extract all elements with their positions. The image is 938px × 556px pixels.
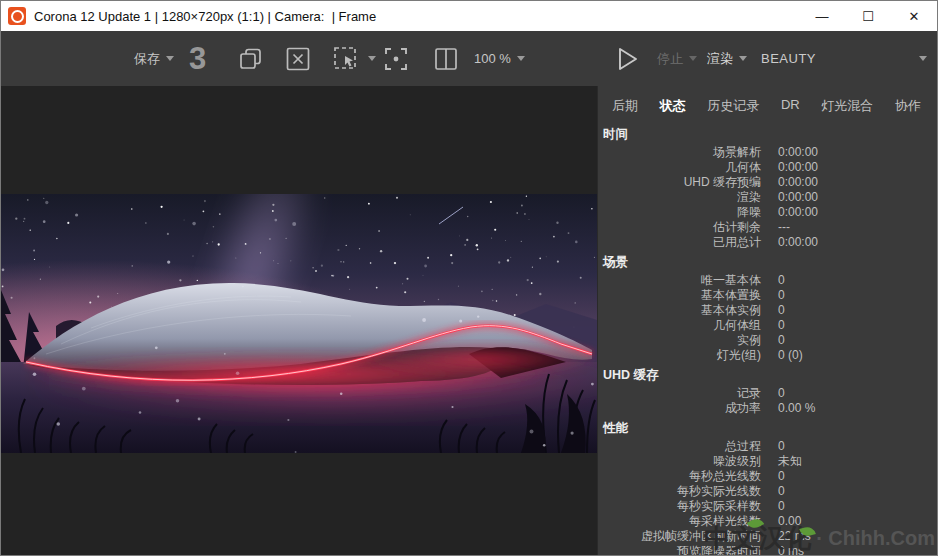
corona-vfb-window: Corona 12 Update 1 | 1280×720px (1:1) | … [0, 0, 938, 556]
stat-value: 0 [778, 499, 785, 514]
stat-row: 估计剩余--- [598, 220, 937, 235]
stat-label: 每秒总光线数 [598, 469, 761, 484]
stat-row: 降噪0:00:00 [598, 205, 937, 220]
stat-value: 0 [778, 386, 785, 401]
stat-value: 0:00:00 [778, 160, 818, 175]
stat-row: 记录0 [598, 386, 937, 401]
stat-label: 唯一基本体 [598, 273, 761, 288]
stat-value: 0 (0) [778, 348, 803, 363]
tab-post[interactable]: 后期 [612, 97, 638, 115]
stat-row: 场景解析0:00:00 [598, 145, 937, 160]
duplicate-icon [235, 43, 267, 75]
stat-value: --- [778, 220, 790, 235]
history-count: 3 [189, 31, 206, 86]
tab-history[interactable]: 历史记录 [707, 97, 759, 115]
stat-label: 每秒实际光线数 [598, 484, 761, 499]
rendered-image [1, 194, 597, 453]
stat-row: 基本体实例0 [598, 303, 937, 318]
stop-render-button[interactable]: 停止 [657, 31, 697, 86]
stat-label: 噪波级别 [598, 454, 761, 469]
tab-collab[interactable]: 协作 [895, 97, 921, 115]
clear-icon [283, 44, 313, 74]
stat-label: 降噪 [598, 205, 761, 220]
tab-stats[interactable]: 状态 [660, 97, 686, 115]
stat-label: 几何体 [598, 160, 761, 175]
render-mode-label: 渲染 [707, 50, 733, 68]
stat-row: 每秒总光线数0 [598, 469, 937, 484]
close-button[interactable]: ✕ [891, 1, 937, 31]
stat-value: 0 [778, 303, 785, 318]
stat-row: 虚拟帧缓冲区刷新时间22 ms [598, 529, 937, 544]
stat-row: 基本体置换0 [598, 288, 937, 303]
stat-value: 0.00 % [778, 401, 815, 416]
panel-tabs: 后期状态历史记录DR灯光混合协作 [598, 86, 937, 122]
start-render-button[interactable] [613, 31, 641, 86]
channel-selector[interactable]: BEAUTY [761, 31, 816, 86]
region-render-button[interactable] [330, 31, 376, 86]
region-select-icon [330, 43, 362, 75]
stat-row: 唯一基本体0 [598, 273, 937, 288]
chevron-down-icon [739, 56, 747, 61]
stat-value: 0 [778, 484, 785, 499]
stat-row: 总过程0 [598, 439, 937, 454]
section-title: UHD 缓存 [598, 363, 937, 386]
stat-label: 已用总计 [598, 235, 761, 250]
tab-dr[interactable]: DR [781, 97, 800, 115]
stat-value: 0:00:00 [778, 175, 818, 190]
focus-target-icon [381, 44, 411, 74]
stat-label: UHD 缓存预编 [598, 175, 761, 190]
stat-label: 预览降噪器时间 [598, 544, 761, 556]
save-label: 保存 [134, 50, 160, 68]
stat-row: 已用总计0:00:00 [598, 235, 937, 250]
pick-focus-button[interactable] [381, 31, 411, 86]
chevron-down-icon [919, 56, 927, 61]
maximize-button[interactable]: ☐ [845, 1, 891, 31]
toolbar: 保存 3 [1, 31, 937, 86]
render-viewport[interactable] [1, 86, 598, 556]
stat-row: 实例0 [598, 333, 937, 348]
stat-value: 22 ms [778, 529, 811, 544]
stats-section: UHD 缓存记录0成功率0.00 % [598, 363, 937, 416]
stats-panel: 后期状态历史记录DR灯光混合协作 时间场景解析0:00:00几何体0:00:00… [598, 86, 937, 556]
section-title: 场景 [598, 250, 937, 273]
tab-lightmix[interactable]: 灯光混合 [821, 97, 873, 115]
stat-row: 每采样光线数0.00 [598, 514, 937, 529]
stat-label: 场景解析 [598, 145, 761, 160]
chevron-down-icon [166, 56, 174, 61]
stat-value: 0 ms [778, 544, 804, 556]
clear-image-button[interactable] [283, 31, 313, 86]
stat-value: 0.00 [778, 514, 801, 529]
channel-dropdown-button[interactable] [919, 31, 927, 86]
duplicate-image-button[interactable] [235, 31, 267, 86]
zoom-level-dropdown[interactable]: 100 % [474, 31, 525, 86]
stat-value: 0 [778, 318, 785, 333]
stat-row: 每秒实际采样数0 [598, 499, 937, 514]
stats-list: 时间场景解析0:00:00几何体0:00:00UHD 缓存预编0:00:00渲染… [598, 122, 937, 556]
stat-label: 实例 [598, 333, 761, 348]
window-title: Corona 12 Update 1 | 1280×720px (1:1) | … [34, 9, 376, 24]
stat-label: 每秒实际采样数 [598, 499, 761, 514]
main-area: 后期状态历史记录DR灯光混合协作 时间场景解析0:00:00几何体0:00:00… [1, 86, 937, 556]
stat-value: 0 [778, 439, 785, 454]
stat-row: 几何体0:00:00 [598, 160, 937, 175]
stat-row: 每秒实际光线数0 [598, 484, 937, 499]
zoom-level-value: 100 % [474, 51, 511, 66]
ab-compare-button[interactable] [431, 31, 461, 86]
channel-value: BEAUTY [761, 51, 816, 66]
stats-section: 时间场景解析0:00:00几何体0:00:00UHD 缓存预编0:00:00渲染… [598, 122, 937, 250]
stat-row: 几何体组0 [598, 318, 937, 333]
chevron-down-icon [689, 56, 697, 61]
stat-label: 成功率 [598, 401, 761, 416]
window-controls: — ☐ ✕ [799, 1, 937, 31]
stat-label: 基本体实例 [598, 303, 761, 318]
render-mode-dropdown[interactable]: 渲染 [707, 31, 747, 86]
split-view-icon [431, 44, 461, 74]
stat-value: 0 [778, 469, 785, 484]
stat-label: 每采样光线数 [598, 514, 761, 529]
stat-row: 预览降噪器时间0 ms [598, 544, 937, 556]
save-button[interactable]: 保存 [134, 31, 174, 86]
minimize-button[interactable]: — [799, 1, 845, 31]
stat-label: 基本体置换 [598, 288, 761, 303]
stat-row: 灯光(组)0 (0) [598, 348, 937, 363]
section-title: 时间 [598, 122, 937, 145]
